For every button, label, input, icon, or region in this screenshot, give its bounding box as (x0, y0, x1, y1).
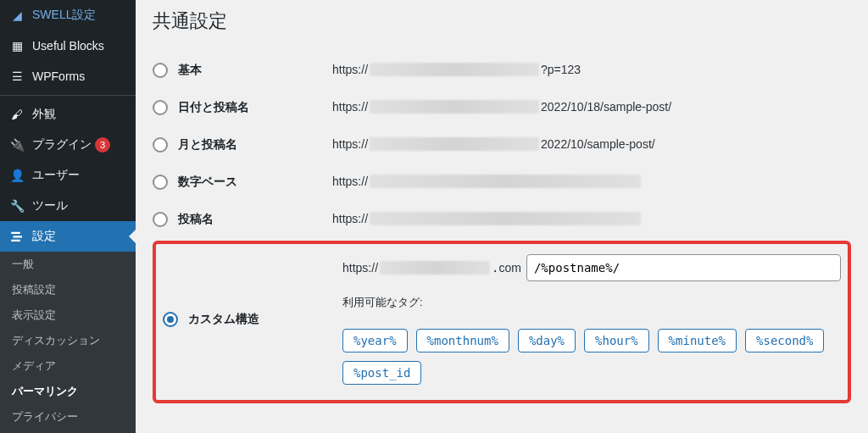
sidebar-item-tools[interactable]: 🔧 ツール (0, 191, 136, 221)
option-row-month-name: 月と投稿名 https://2022/10/sample-post/ (153, 125, 851, 163)
tag-btn-monthnum[interactable]: %monthnum% (416, 329, 509, 353)
sub-item-discussion[interactable]: ディスカッション (0, 328, 136, 353)
sub-item-privacy[interactable]: プライバシー (0, 404, 136, 430)
user-icon: 👤 (8, 167, 25, 184)
brush-icon: 🖌 (8, 106, 25, 123)
option-value: https:// (332, 212, 851, 225)
option-value: https:// (332, 175, 851, 188)
redacted-domain (370, 63, 539, 76)
sidebar-label: WPForms (32, 69, 85, 83)
tag-btn-postid[interactable]: %post_id (342, 361, 421, 385)
available-tags-label: 利用可能なタグ: (342, 295, 841, 310)
sub-item-general[interactable]: 一般 (0, 252, 136, 277)
option-label-text: 投稿名 (178, 212, 214, 227)
sidebar-item-users[interactable]: 👤 ユーザー (0, 160, 136, 191)
sidebar-item-settings[interactable]: 設定 (0, 221, 136, 252)
option-row-postname: 投稿名 https:// (153, 200, 851, 237)
option-row-basic: 基本 https://?p=123 (153, 51, 851, 88)
sidebar-label: 外観 (32, 107, 56, 122)
sidebar-label: SWELL設定 (32, 8, 96, 23)
tag-btn-hour[interactable]: %hour% (584, 329, 649, 353)
sidebar-label: ツール (32, 198, 68, 214)
sidebar-item-useful-blocks[interactable]: ▦ Useful Blocks (0, 31, 136, 61)
option-value: https://2022/10/sample-post/ (332, 137, 851, 151)
option-value: https://2022/10/18/sample-post/ (332, 100, 851, 114)
radio-basic[interactable] (153, 63, 168, 78)
sidebar-label: Useful Blocks (32, 39, 104, 53)
current-arrow-icon (129, 230, 136, 243)
page-title: 共通設定 (153, 8, 851, 34)
radio-numeric[interactable] (153, 175, 168, 190)
blocks-icon: ▦ (8, 37, 25, 54)
sub-item-reading[interactable]: 表示設定 (0, 303, 136, 328)
option-row-date-name: 日付と投稿名 https://2022/10/18/sample-post/ (153, 88, 851, 125)
redacted-domain (380, 261, 490, 275)
wrench-icon: 🔧 (8, 197, 25, 214)
redacted-domain (370, 175, 641, 188)
tag-buttons: %year% %monthnum% %day% %hour% %minute% … (342, 329, 841, 385)
option-label-text: 日付と投稿名 (178, 100, 249, 115)
highlight-box: カスタム構造 https://.com 利用可能なタグ: %year% %mon… (153, 241, 851, 403)
sidebar-item-swell[interactable]: ◢ SWELL設定 (0, 0, 136, 31)
redacted-domain (370, 137, 539, 151)
tag-btn-minute[interactable]: %minute% (658, 329, 737, 353)
swell-icon: ◢ (8, 7, 25, 24)
sub-item-media[interactable]: メディア (0, 353, 136, 379)
sidebar-item-plugins[interactable]: 🔌 プラグイン 3 (0, 130, 136, 160)
redacted-domain (370, 212, 641, 225)
tag-btn-year[interactable]: %year% (342, 329, 408, 353)
admin-sidebar: ◢ SWELL設定 ▦ Useful Blocks ☰ WPForms 🖌 外観… (0, 0, 136, 433)
sub-item-writing[interactable]: 投稿設定 (0, 277, 136, 303)
svg-rect-1 (14, 236, 23, 237)
sub-item-ping[interactable]: WordPress Ping (0, 430, 136, 433)
radio-date-name[interactable] (153, 100, 168, 115)
option-value: https://?p=123 (332, 63, 851, 76)
redacted-domain (370, 100, 539, 114)
sidebar-item-appearance[interactable]: 🖌 外観 (0, 99, 136, 130)
svg-rect-2 (11, 240, 20, 241)
sidebar-label: ユーザー (32, 168, 80, 183)
forms-icon: ☰ (8, 68, 25, 85)
option-label-text: 数字ベース (178, 175, 237, 190)
option-label-text: カスタム構造 (188, 312, 259, 327)
plug-icon: 🔌 (8, 136, 25, 153)
radio-postname[interactable] (153, 212, 168, 227)
sidebar-submenu: 一般 投稿設定 表示設定 ディスカッション メディア パーマリンク プライバシー… (0, 252, 136, 433)
sidebar-label: プラグイン (32, 137, 92, 153)
update-badge: 3 (95, 137, 110, 153)
option-row-numeric: 数字ベース https:// (153, 163, 851, 200)
radio-month-name[interactable] (153, 137, 168, 153)
sidebar-item-wpforms[interactable]: ☰ WPForms (0, 61, 136, 92)
svg-rect-0 (11, 232, 20, 234)
tag-btn-second[interactable]: %second% (745, 329, 824, 353)
main-content: 共通設定 基本 https://?p=123 日付と投稿名 https://20… (136, 0, 868, 433)
sidebar-label: 設定 (32, 229, 56, 244)
settings-icon (8, 228, 25, 245)
permalink-structure-input[interactable] (526, 254, 841, 281)
sub-item-permalink[interactable]: パーマリンク (0, 379, 136, 404)
option-label-text: 月と投稿名 (178, 137, 237, 153)
option-label-text: 基本 (178, 63, 202, 78)
tag-btn-day[interactable]: %day% (518, 329, 576, 353)
radio-custom[interactable] (163, 312, 178, 327)
